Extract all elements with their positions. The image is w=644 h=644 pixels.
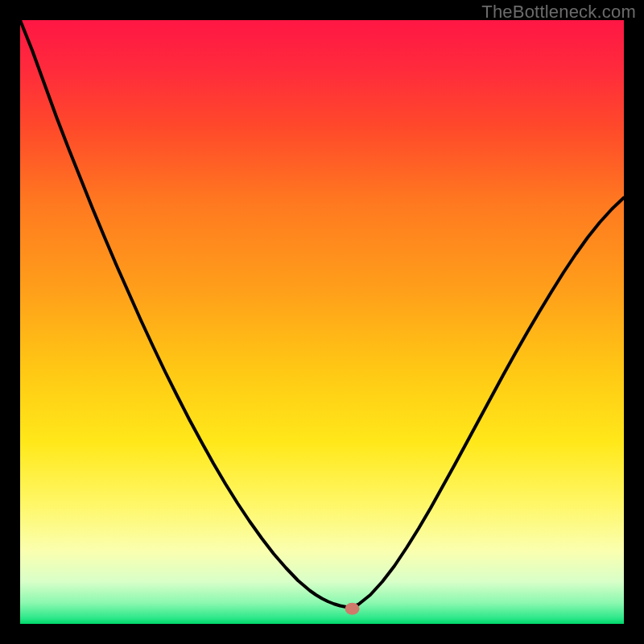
watermark-text: TheBottleneck.com <box>481 2 636 23</box>
optimal-point-marker <box>345 603 360 615</box>
chart-frame: TheBottleneck.com <box>0 0 644 644</box>
bottleneck-chart <box>20 20 624 624</box>
